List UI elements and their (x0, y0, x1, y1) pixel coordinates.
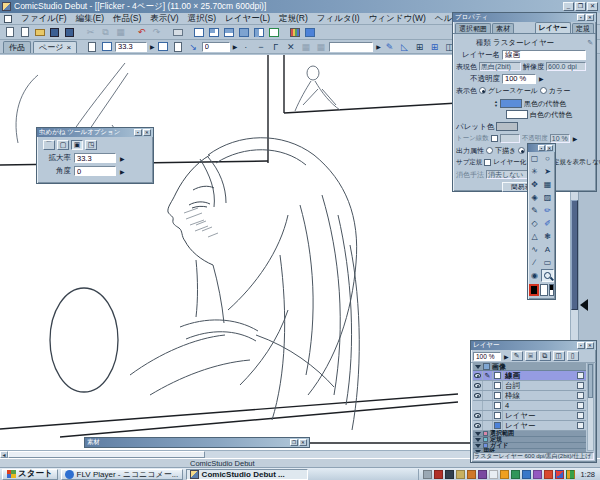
grid-a-icon[interactable]: ▦ (299, 41, 312, 53)
tab-layer[interactable]: レイヤー (535, 22, 572, 33)
marker-tool-icon[interactable]: ✐ (541, 217, 554, 230)
tone-opacity-dropdown-icon[interactable]: ▶ (573, 135, 578, 142)
white-alt-swatch[interactable] (506, 110, 528, 119)
shape-tool-icon[interactable]: ▭ (541, 256, 554, 269)
layer-zoom-dropdown-icon[interactable]: ▶ (504, 353, 509, 360)
tab-ruler[interactable]: 定規 (572, 23, 594, 33)
zoom-rect-mode-icon[interactable]: ▢ (57, 140, 69, 150)
tray-ime-icon[interactable] (489, 470, 498, 479)
tray-red2-icon[interactable] (544, 470, 553, 479)
cross-icon[interactable]: ✕ (284, 41, 297, 53)
save-all-icon[interactable] (63, 26, 76, 38)
menu-window[interactable]: ウィンドウ(W) (369, 13, 426, 25)
foreground-color-swatch[interactable] (529, 284, 539, 296)
minimize-button[interactable]: _ (563, 2, 574, 11)
line-tool-icon[interactable]: ∕ (528, 256, 541, 269)
angle-value-input[interactable] (74, 166, 116, 176)
zoom-out-mode-icon[interactable]: ◳ (85, 140, 97, 150)
layer-option-icon[interactable] (577, 422, 584, 429)
tray-alert-icon[interactable] (500, 470, 509, 479)
view-story-icon[interactable] (267, 26, 280, 38)
layer-row[interactable]: 枠線 (473, 391, 586, 401)
layer-option-icon[interactable] (577, 372, 584, 379)
visibility-icon[interactable] (474, 383, 481, 388)
hand-tool-icon[interactable]: ◉ (528, 269, 541, 282)
finish-radio[interactable] (518, 147, 525, 154)
collapse-arrow-icon[interactable] (580, 299, 588, 311)
menu-work[interactable]: 作品(S) (113, 13, 141, 25)
layer-row[interactable]: 4 (473, 401, 586, 411)
grayscale-radio[interactable] (479, 87, 486, 94)
object-select-tool-icon[interactable]: ➤ (541, 165, 554, 178)
layer-option-icon[interactable] (577, 392, 584, 399)
properties-title-bar[interactable]: プロパティ ▪ ✕ (453, 13, 596, 22)
cut-icon[interactable]: ✂ (84, 26, 97, 38)
lasso-tool-icon[interactable]: ○ (541, 152, 554, 165)
visibility-icon[interactable] (474, 373, 481, 378)
tab-selection[interactable]: 選択範囲 (455, 23, 491, 33)
preset-dropdown-icon[interactable]: ▶ (376, 43, 381, 50)
tray-green-icon[interactable] (511, 470, 520, 479)
pattern-brush-tool-icon[interactable]: ❃ (541, 230, 554, 243)
page-list-icon[interactable] (85, 41, 98, 53)
tool-palette-close-icon[interactable]: ✕ (546, 145, 553, 151)
save-icon[interactable] (48, 26, 61, 38)
group-expand-icon[interactable] (475, 432, 481, 436)
vertical-scrollbar-thumb[interactable] (571, 200, 578, 310)
print-icon[interactable] (171, 26, 184, 38)
zoom-dropdown-icon[interactable]: ▶ (150, 43, 155, 50)
tray-orange-icon[interactable] (467, 470, 476, 479)
layer-palette-minimize-icon[interactable]: ▪ (577, 342, 585, 349)
minimized-close-icon[interactable]: ✕ (299, 439, 307, 446)
magic-wand-tool-icon[interactable]: ✳ (528, 165, 541, 178)
menu-select[interactable]: 選択(S) (188, 13, 216, 25)
corner-icon[interactable]: Γ (269, 41, 282, 53)
new-document-icon[interactable] (3, 26, 16, 38)
layer-scrollbar-thumb[interactable] (588, 364, 593, 398)
tool-palette-title-bar[interactable]: ▪ ✕ (528, 144, 555, 152)
pen-blue-icon[interactable]: ✎ (383, 41, 396, 53)
frame-grid-blue-icon[interactable]: ⊞ (428, 41, 441, 53)
tray-purple-icon[interactable] (478, 470, 487, 479)
tab-page[interactable]: ページ × (33, 41, 77, 53)
view-pages-icon[interactable] (222, 26, 235, 38)
minimized-restore-icon[interactable]: ❐ (290, 439, 298, 446)
dot-icon[interactable]: · (239, 41, 252, 53)
eraser-tool-icon[interactable]: ◇ (528, 217, 541, 230)
restore-button[interactable]: ❐ (575, 2, 586, 11)
new-folder-icon[interactable]: ⌸ (525, 351, 537, 361)
opacity-input[interactable] (502, 74, 536, 84)
grid-b-icon[interactable]: ▦ (314, 41, 327, 53)
task-button-comicstudio[interactable]: ComicStudio Debut ... (186, 469, 308, 480)
layer-palette-title-bar[interactable]: レイヤー ▪ ✕ (471, 341, 596, 350)
ruler-blue-icon[interactable]: ◺ (398, 41, 411, 53)
start-button[interactable]: スタート (2, 469, 58, 480)
menu-filter[interactable]: フィルタ(I) (317, 13, 360, 25)
rect-select-tool-icon[interactable]: ▢ (528, 152, 541, 165)
transparent-color-swatch[interactable] (549, 284, 554, 296)
visibility-icon[interactable] (474, 413, 481, 418)
layer-row-selected[interactable]: ✎ 線画 (473, 371, 586, 381)
layer-option-icon[interactable] (577, 402, 584, 409)
visibility-icon[interactable] (474, 393, 481, 398)
view-thumbnail-icon[interactable] (252, 26, 265, 38)
tool-options-close-icon[interactable]: ✕ (143, 129, 151, 136)
opacity-dropdown-icon[interactable]: ▶ (539, 75, 544, 82)
airbrush-tool-icon[interactable]: △ (528, 230, 541, 243)
duplicate-layer-icon[interactable]: ⧉ (539, 351, 551, 361)
menu-ruler[interactable]: 定規(R) (279, 13, 308, 25)
zoom-tool-icon[interactable] (541, 269, 554, 282)
tool-options-title-bar[interactable]: 虫めがね ツールオプション ▪ ✕ (37, 128, 153, 137)
copy-icon[interactable]: ⧉ (99, 26, 112, 38)
color-palette-icon[interactable] (288, 26, 301, 38)
actual-size-icon[interactable] (172, 41, 185, 53)
layer-list-scrollbar[interactable] (587, 363, 594, 451)
frame-cut-tool-icon[interactable]: ◈ (528, 191, 541, 204)
group-expand-icon[interactable] (475, 365, 481, 369)
fit-window-icon[interactable] (157, 41, 170, 53)
visibility-icon[interactable] (474, 423, 481, 428)
color-radio[interactable] (540, 87, 547, 94)
layer-option-icon[interactable] (577, 382, 584, 389)
view-spread-icon[interactable] (237, 26, 250, 38)
text-tool-icon[interactable]: A (541, 243, 554, 256)
